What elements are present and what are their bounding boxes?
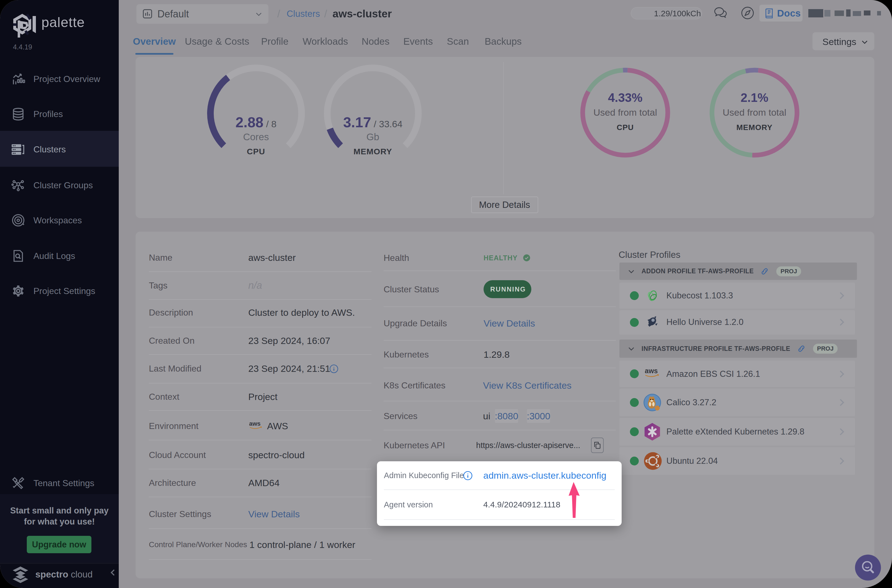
svg-text:aws: aws bbox=[645, 367, 658, 375]
svg-text:aws: aws bbox=[249, 420, 261, 427]
